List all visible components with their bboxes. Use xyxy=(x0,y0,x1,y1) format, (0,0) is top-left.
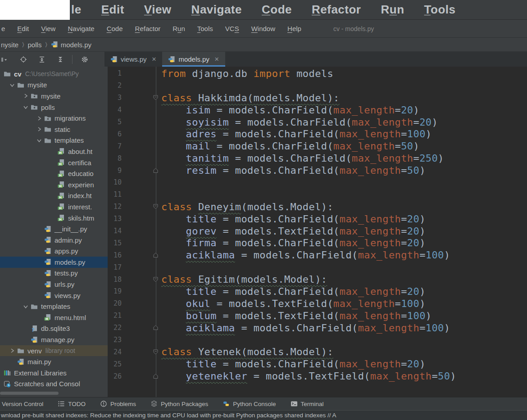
tree-item-models.py[interactable]: models.py xyxy=(0,257,108,268)
chevron-down-icon[interactable] xyxy=(7,82,17,88)
tree-horizontal-scrollbar[interactable] xyxy=(0,392,59,395)
tree-item-experien[interactable]: Hexperien xyxy=(0,179,108,190)
settings-icon[interactable] xyxy=(81,55,88,63)
tree-item-templates[interactable]: templates xyxy=(0,135,108,146)
partial-icon[interactable] xyxy=(1,55,9,63)
toolwindow-python-packages[interactable]: Python Packages xyxy=(150,400,208,407)
tree-item-main.py[interactable]: main.py xyxy=(0,356,108,367)
menu-window[interactable]: Window xyxy=(251,25,275,32)
menu-vcs[interactable]: VCS xyxy=(225,25,239,32)
zoom-menu-refactor[interactable]: Refactor xyxy=(312,3,361,17)
tree-item-urls.py[interactable]: urls.py xyxy=(0,279,108,290)
fold-start-icon[interactable] xyxy=(153,276,159,285)
tree-item-venv[interactable]: venvlibrary root xyxy=(0,345,108,357)
menu-code[interactable]: Code xyxy=(107,25,123,32)
toolwindow-python-console[interactable]: Python Console xyxy=(223,400,276,407)
tree-item-views.py[interactable]: views.py xyxy=(0,290,108,301)
chevron-right-icon[interactable] xyxy=(34,126,44,132)
breadcrumb-item-modelspy[interactable]: models.py xyxy=(61,41,91,49)
zoom-menu-run[interactable]: Run xyxy=(381,3,404,17)
menu-refactor[interactable]: Refactor xyxy=(135,25,161,32)
tab-views-py[interactable]: views.py✕ xyxy=(104,52,162,67)
zoom-menu-code[interactable]: Code xyxy=(262,3,292,17)
code-line-22: 22 aciklama = models.CharField(max_lengt… xyxy=(108,322,527,334)
tree-item-static[interactable]: static xyxy=(0,124,108,135)
zoom-menu-le[interactable]: le xyxy=(71,3,82,17)
fold-start-icon[interactable] xyxy=(153,349,159,357)
chevron-down-icon[interactable] xyxy=(34,137,44,144)
tree-item-about.ht[interactable]: Habout.ht xyxy=(0,146,108,157)
code-line-2: 2 xyxy=(108,80,527,92)
line-number: 26 xyxy=(108,372,122,380)
toolwindow-version-control[interactable]: Version Control xyxy=(2,401,43,407)
toolwindow-label: TODO xyxy=(68,401,86,407)
menu-tools[interactable]: Tools xyxy=(197,25,213,32)
tree-item-label: certifica xyxy=(68,159,91,167)
collapse-all-icon[interactable] xyxy=(56,55,64,63)
tree-item-certifica[interactable]: Hcertifica xyxy=(0,157,108,168)
fold-start-icon[interactable] xyxy=(153,203,159,212)
tree-item-skils.htm[interactable]: Hskils.htm xyxy=(0,212,108,224)
code-line-4: 4 isim = models.CharField(max_length=20) xyxy=(108,104,527,116)
fold-column xyxy=(122,237,156,249)
menu-edit[interactable]: Edit xyxy=(17,25,29,32)
code-text: soyisim = models.CharField(max_length=20… xyxy=(156,117,438,128)
tree-item-index.ht[interactable]: Hindex.ht xyxy=(0,190,108,202)
fold-end-icon[interactable] xyxy=(153,167,159,176)
editor-code-area[interactable]: 1from django.db import models23class Hak… xyxy=(108,67,527,397)
menu-run[interactable]: Run xyxy=(173,25,185,32)
tree-item-__init__.py[interactable]: __init__.py xyxy=(0,223,108,235)
code-text: mail = models.CharField(max_length=50) xyxy=(156,140,419,152)
code-line-20: 20 okul = models.TextField(max_length=10… xyxy=(108,298,527,310)
tree-item-admin.py[interactable]: admin.py xyxy=(0,235,108,246)
tree-item-polls[interactable]: polls xyxy=(0,102,108,113)
tree-item-templates[interactable]: templates xyxy=(0,301,108,312)
tree-item-mysite[interactable]: mysite xyxy=(0,90,108,102)
locate-icon[interactable] xyxy=(19,55,27,63)
menu-navigate[interactable]: Navigate xyxy=(68,25,94,32)
folder-icon xyxy=(4,70,12,77)
code-text: bolum = models.TextField(max_length=100) xyxy=(156,310,432,321)
menu-view[interactable]: View xyxy=(41,25,55,32)
zoom-menu-edit[interactable]: Edit xyxy=(101,3,124,17)
expand-all-icon[interactable] xyxy=(38,55,45,63)
zoom-menu-tools[interactable]: Tools xyxy=(424,3,456,17)
tree-item-migrations[interactable]: migrations xyxy=(0,113,108,124)
fold-end-icon[interactable] xyxy=(153,325,159,333)
tree-item-label: static xyxy=(55,126,70,133)
fold-start-icon[interactable] xyxy=(153,95,159,103)
tree-item-label: menu.html xyxy=(55,314,86,321)
tree-item-educatio[interactable]: Heducatio xyxy=(0,168,108,179)
zoom-menu-navigate[interactable]: Navigate xyxy=(191,3,242,17)
close-tab-icon[interactable]: ✕ xyxy=(214,56,219,63)
menu-e[interactable]: e xyxy=(1,25,5,32)
fold-end-icon[interactable] xyxy=(153,373,159,381)
tree-item-menu.html[interactable]: Hmenu.html xyxy=(0,312,108,323)
tree-item-manage.py[interactable]: manage.py xyxy=(0,334,108,345)
breadcrumb-item-polls[interactable]: polls xyxy=(28,41,42,49)
tree-item-ExternalLibraries[interactable]: External Libraries xyxy=(0,367,108,379)
chevron-down-icon[interactable] xyxy=(21,104,31,110)
line-number: 14 xyxy=(108,227,122,235)
close-tab-icon[interactable]: ✕ xyxy=(152,56,157,63)
zoom-menu-view[interactable]: View xyxy=(144,3,172,17)
tree-item-db.sqlite3[interactable]: ?db.sqlite3 xyxy=(0,323,108,334)
breadcrumb-separator-icon: 〉 xyxy=(45,41,47,48)
breadcrumb-item-nysite[interactable]: nysite xyxy=(1,41,18,49)
menu-help[interactable]: Help xyxy=(287,25,301,32)
tree-item-tests.py[interactable]: tests.py xyxy=(0,268,108,279)
tree-item-apps.py[interactable]: apps.py xyxy=(0,246,108,257)
chevron-right-icon[interactable] xyxy=(7,348,17,354)
toolwindow-todo[interactable]: TODO xyxy=(58,400,86,407)
chevron-right-icon[interactable] xyxy=(21,93,31,99)
tree-item-cv[interactable]: cvC:\Users\Samet\Py xyxy=(0,68,108,80)
toolwindow-terminal[interactable]: Terminal xyxy=(291,400,324,407)
toolwindow-problems[interactable]: Problems xyxy=(100,400,136,407)
tree-item-ScratchesandConsol[interactable]: Scratches and Consol xyxy=(0,379,108,390)
chevron-down-icon[interactable] xyxy=(21,303,31,310)
fold-end-icon[interactable] xyxy=(153,252,159,260)
tree-item-mysite[interactable]: mysite xyxy=(0,80,108,91)
tree-item-interest.[interactable]: Hinterest. xyxy=(0,201,108,212)
chevron-right-icon[interactable] xyxy=(34,115,44,122)
tab-models-py[interactable]: models.py✕ xyxy=(162,52,225,67)
